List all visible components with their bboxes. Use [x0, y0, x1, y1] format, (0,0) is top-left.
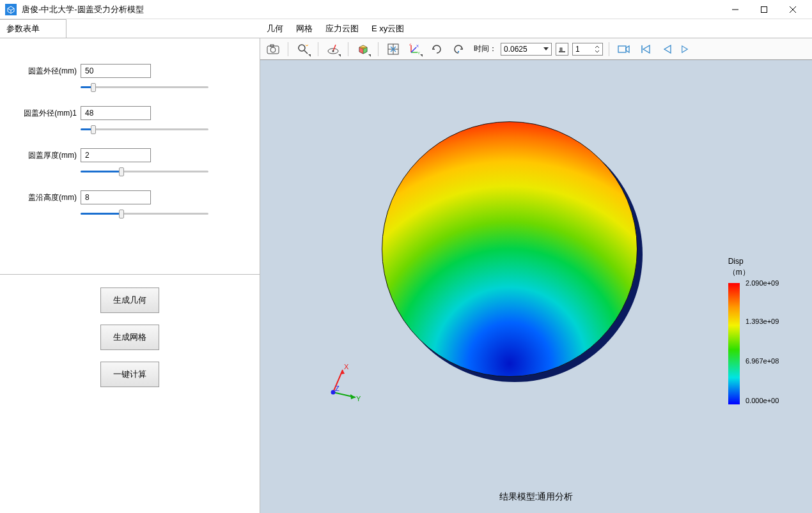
param-slider-thickness[interactable]	[81, 166, 208, 176]
svg-text:X: X	[344, 363, 349, 371]
time-value: 0.0625	[504, 45, 527, 54]
param-input-rim-height[interactable]	[81, 190, 151, 204]
generate-geometry-button[interactable]: 生成几何	[100, 287, 159, 313]
camera-icon[interactable]	[615, 40, 633, 58]
axis-view-icon[interactable]: ZYX	[406, 40, 424, 58]
viewer-toolbar: ZYX 时间： 0.0625 1	[260, 38, 812, 60]
svg-rect-23	[560, 48, 562, 52]
legend-bar	[728, 283, 740, 404]
svg-point-21	[458, 50, 459, 52]
titlebar: 唐俊-中北大学-圆盖受力分析模型	[0, 0, 812, 19]
tab-exy-cloud[interactable]: E xy云图	[365, 19, 410, 38]
svg-rect-2	[761, 6, 767, 12]
param-label-thickness: 圆盖厚度(mm)	[19, 150, 77, 161]
step-value: 1	[575, 45, 580, 54]
result-disc	[382, 121, 637, 377]
compute-button[interactable]: 一键计算	[100, 362, 159, 387]
snapshot-icon[interactable]	[264, 40, 282, 58]
svg-text:X: X	[416, 44, 419, 48]
svg-text:Z: Z	[335, 385, 340, 392]
svg-point-6	[270, 47, 276, 52]
svg-rect-24	[618, 46, 626, 52]
tab-mesh[interactable]: 网格	[290, 19, 319, 38]
param-slider-outer-radius1[interactable]	[81, 124, 208, 134]
color-legend: Disp （m） 2.090e+09 1.393e+09 6.967e+08 0…	[728, 257, 790, 404]
close-button[interactable]	[778, 0, 807, 19]
param-label-outer-radius1: 圆盖外径(mm)1	[19, 108, 77, 119]
rotate-ccw-icon[interactable]	[449, 40, 467, 58]
play-next-icon[interactable]	[680, 40, 689, 58]
svg-line-19	[411, 47, 416, 52]
svg-marker-27	[340, 370, 345, 374]
fit-view-icon[interactable]	[384, 40, 402, 58]
param-input-outer-radius[interactable]	[81, 64, 151, 78]
svg-point-11	[332, 50, 334, 52]
axes-triad-icon: X Y Z	[320, 360, 365, 405]
svg-line-9	[304, 50, 308, 54]
left-panel: 圆盖外径(mm) 圆盖外径(mm)1 圆盖厚度(mm)	[0, 38, 260, 513]
tab-row: 参数表单 几何 网格 应力云图 E xy云图	[0, 19, 812, 38]
time-select[interactable]: 0.0625	[501, 43, 552, 56]
tab-geometry[interactable]: 几何	[260, 19, 290, 38]
param-slider-rim-height[interactable]	[81, 208, 208, 218]
color-cube-icon[interactable]	[354, 40, 372, 58]
svg-text:Y: Y	[356, 395, 361, 402]
tab-params[interactable]: 参数表单	[0, 19, 66, 38]
param-slider-outer-radius[interactable]	[81, 82, 208, 92]
tab-stress-cloud[interactable]: 应力云图	[319, 19, 365, 38]
time-slider-button[interactable]	[556, 43, 568, 56]
step-select[interactable]: 1	[572, 43, 603, 56]
legend-ticks: 2.090e+09 1.393e+09 6.967e+08 0.000e+00	[746, 279, 790, 404]
time-label: 时间：	[474, 43, 497, 54]
rotate-cw-icon[interactable]	[428, 40, 446, 58]
zoom-icon[interactable]	[294, 40, 312, 58]
legend-title: Disp	[728, 257, 790, 266]
probe-icon[interactable]	[324, 40, 342, 58]
minimize-button[interactable]	[721, 0, 749, 19]
maximize-button[interactable]	[749, 0, 778, 19]
param-label-outer-radius: 圆盖外径(mm)	[19, 66, 77, 77]
param-input-outer-radius1[interactable]	[81, 106, 151, 120]
window-title: 唐俊-中北大学-圆盖受力分析模型	[22, 4, 721, 15]
param-form: 圆盖外径(mm) 圆盖外径(mm)1 圆盖厚度(mm)	[0, 38, 260, 275]
param-input-thickness[interactable]	[81, 148, 151, 162]
play-prev-icon[interactable]	[659, 40, 676, 58]
result-caption: 结果模型:通用分析	[263, 491, 809, 503]
viewport[interactable]: X Y Z Disp （m） 2.090e+09 1.393e+09	[260, 60, 812, 513]
legend-unit: （m）	[728, 267, 790, 278]
app-icon	[5, 4, 17, 15]
param-label-rim-height: 盖沿高度(mm)	[19, 192, 77, 203]
generate-mesh-button[interactable]: 生成网格	[100, 325, 159, 350]
svg-point-8	[299, 45, 305, 51]
skip-start-icon[interactable]	[637, 40, 655, 58]
right-panel: ZYX 时间： 0.0625 1	[260, 38, 812, 513]
svg-text:Z: Z	[409, 43, 412, 46]
